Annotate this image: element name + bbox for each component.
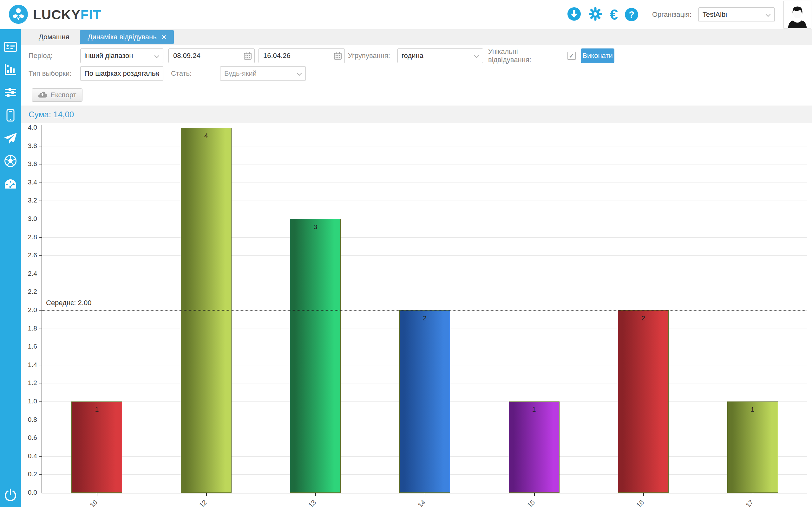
sidebar-item-reports[interactable] — [0, 59, 21, 82]
bar-15[interactable]: 1 — [509, 401, 560, 493]
y-axis-label: 0.0 — [21, 489, 37, 496]
y-axis-tick — [39, 310, 42, 311]
y-axis-tick — [39, 128, 42, 128]
app-header: LUCKYFIT — [0, 0, 812, 29]
gridline — [42, 128, 807, 128]
y-axis-label: 1.6 — [21, 343, 37, 350]
x-axis-tick — [425, 493, 425, 496]
average-label: Середнє: 2.00 — [46, 299, 91, 307]
sidebar-item-mobile[interactable] — [0, 105, 21, 127]
bar-value-label: 2 — [400, 314, 450, 322]
currency-euro-icon[interactable]: € — [610, 7, 618, 22]
y-axis-tick — [39, 401, 42, 402]
y-axis-tick — [39, 474, 42, 475]
y-axis-tick — [39, 182, 42, 183]
export-button[interactable]: Експорт — [32, 89, 83, 102]
y-axis-label: 1.0 — [21, 397, 37, 405]
date-from-input[interactable] — [168, 49, 255, 63]
sample-type-label: Тип выборки: — [29, 69, 80, 78]
attendance-chart: 0.00.20.40.60.81.01.21.41.61.82.02.22.42… — [21, 123, 812, 507]
gridline — [42, 292, 807, 292]
y-axis-tick — [39, 456, 42, 457]
gender-label: Стать: — [171, 69, 220, 78]
run-button[interactable]: Виконати — [581, 49, 614, 63]
bar-16[interactable]: 2 — [618, 310, 669, 493]
date-to-field[interactable] — [258, 49, 345, 63]
organization-select[interactable]: TestAlbi — [699, 7, 774, 22]
average-line — [42, 310, 807, 311]
x-axis-label: 17 — [739, 498, 755, 507]
date-to-input[interactable] — [258, 49, 345, 63]
bar-13[interactable]: 3 — [290, 219, 341, 493]
y-axis-tick — [39, 201, 42, 201]
x-axis-label: 16 — [629, 498, 646, 507]
sidebar-item-dashboard[interactable] — [0, 173, 21, 196]
y-axis-label: 3.8 — [21, 142, 37, 150]
calendar-icon[interactable] — [243, 51, 252, 61]
y-axis-label: 0.6 — [21, 434, 37, 441]
sidebar-item-settings[interactable] — [0, 82, 21, 105]
help-glyph: ? — [629, 9, 635, 20]
grouping-select[interactable]: година — [397, 49, 483, 63]
cloud-download-icon — [38, 91, 47, 100]
app-logo[interactable]: LUCKYFIT — [8, 4, 101, 26]
y-axis-label: 1.2 — [21, 379, 37, 387]
y-axis-tick — [39, 438, 42, 438]
unique-visits-checkbox[interactable]: ✓ — [567, 52, 576, 60]
sidebar-item-sport[interactable] — [0, 150, 21, 173]
y-axis-label: 2.6 — [21, 251, 37, 259]
chevron-down-icon — [766, 12, 771, 17]
date-from-field[interactable] — [168, 49, 255, 63]
sample-type-select[interactable]: По шафках роздягальн — [80, 66, 163, 81]
x-axis-label: 12 — [192, 498, 208, 507]
y-axis-label: 3.6 — [21, 160, 37, 168]
y-axis-tick — [39, 493, 42, 493]
y-axis-label: 2.2 — [21, 288, 37, 295]
x-axis-tick — [206, 493, 207, 496]
x-axis-tick — [97, 493, 97, 496]
y-axis-label: 1.4 — [21, 361, 37, 369]
bar-value-label: 4 — [181, 132, 231, 139]
y-axis-label: 2.8 — [21, 233, 37, 241]
x-axis-tick — [534, 493, 535, 496]
sidebar — [0, 29, 21, 507]
tab-attendance-dynamics[interactable]: Динаміка відвідувань × — [80, 30, 173, 44]
tab-label: Динаміка відвідувань — [88, 33, 156, 41]
bar-value-label: 1 — [728, 406, 778, 413]
help-icon[interactable]: ? — [625, 8, 638, 21]
download-icon[interactable] — [567, 7, 581, 22]
user-avatar[interactable] — [783, 1, 811, 29]
gender-select[interactable]: Будь-який — [220, 66, 306, 81]
x-axis-label: 15 — [520, 498, 537, 507]
bar-10[interactable]: 1 — [71, 401, 122, 493]
gridline — [42, 201, 807, 201]
sidebar-item-messaging[interactable] — [0, 127, 21, 150]
y-axis-label: 0.2 — [21, 470, 37, 478]
y-axis-label: 3.0 — [21, 215, 37, 222]
y-axis-tick — [39, 146, 42, 147]
x-axis-label: 14 — [411, 498, 427, 507]
y-axis-tick — [39, 256, 42, 256]
gridline — [42, 256, 807, 256]
calendar-icon[interactable] — [334, 51, 342, 61]
chevron-down-icon — [474, 53, 479, 58]
gridline — [42, 182, 807, 183]
sliders-icon — [4, 88, 16, 99]
filter-panel: Період: інший діапазон — [21, 45, 812, 106]
period-select[interactable]: інший діапазон — [80, 49, 163, 63]
bar-17[interactable]: 1 — [727, 401, 778, 493]
tab-home[interactable]: Домашня — [31, 30, 77, 44]
close-tab-icon[interactable]: × — [162, 33, 166, 41]
gridline — [42, 219, 807, 219]
summary-band: Сума: 14,00 — [21, 106, 812, 123]
x-axis-label: 13 — [301, 498, 317, 507]
bar-value-label: 3 — [290, 223, 340, 231]
gear-icon[interactable] — [588, 7, 603, 22]
member-card-icon — [4, 42, 17, 53]
export-label: Експорт — [50, 91, 77, 99]
y-axis-tick — [39, 329, 42, 329]
sidebar-item-members[interactable] — [0, 36, 21, 59]
sidebar-item-logout[interactable] — [0, 489, 21, 503]
bar-chart-icon — [4, 64, 16, 77]
bar-14[interactable]: 2 — [399, 310, 450, 493]
